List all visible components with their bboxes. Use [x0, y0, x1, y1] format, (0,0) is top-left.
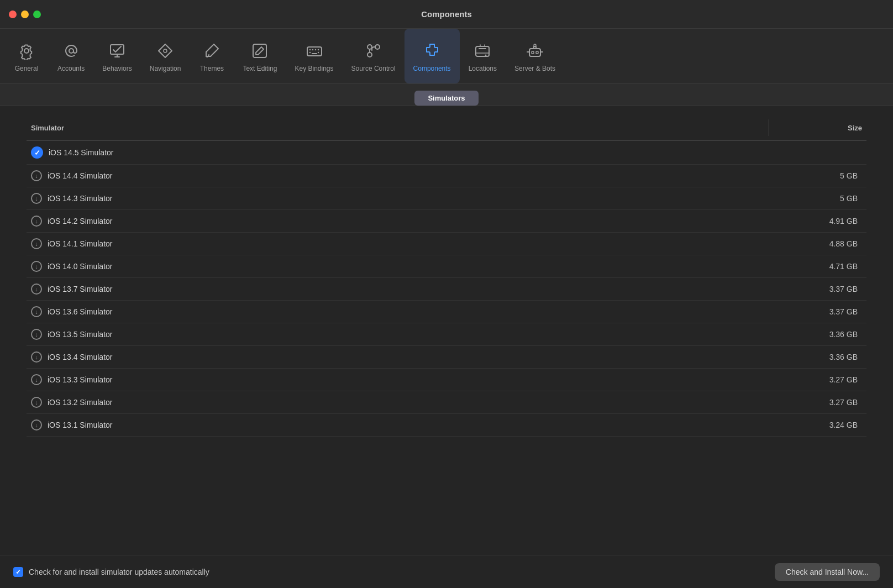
svg-point-14	[367, 45, 372, 49]
simulator-size: 5 GB	[774, 171, 862, 180]
source-control-icon	[363, 40, 384, 61]
simulator-name: iOS 14.4 Simulator	[48, 171, 774, 180]
svg-rect-21	[536, 51, 538, 54]
simulator-row[interactable]: iOS 13.4 Simulator3.36 GB	[27, 346, 866, 369]
simulator-row[interactable]: iOS 14.4 Simulator5 GB	[27, 165, 866, 187]
simulator-name: iOS 13.1 Simulator	[48, 421, 774, 429]
simulator-name: iOS 13.4 Simulator	[48, 353, 774, 361]
toolbar-label-locations: Locations	[469, 65, 497, 72]
simulator-row[interactable]: iOS 14.1 Simulator4.88 GB	[27, 233, 866, 255]
tabs-bar: Simulators	[0, 84, 893, 106]
installed-icon	[31, 146, 43, 159]
maximize-button[interactable]	[33, 11, 41, 18]
column-divider	[769, 119, 769, 136]
toolbar-item-locations[interactable]: Locations	[460, 29, 506, 83]
simulator-row[interactable]: iOS 13.6 Simulator3.37 GB	[27, 301, 866, 323]
toolbar-item-general[interactable]: General	[4, 29, 49, 83]
simulator-name: iOS 14.1 Simulator	[48, 239, 774, 248]
table-header: Simulator Size	[27, 119, 866, 141]
download-icon	[31, 284, 42, 295]
svg-point-4	[164, 49, 167, 53]
auto-update-checkbox[interactable]	[13, 567, 23, 577]
close-button[interactable]	[9, 11, 17, 18]
robot-icon	[524, 40, 545, 61]
simulator-row[interactable]: iOS 14.2 Simulator4.91 GB	[27, 210, 866, 233]
at-icon	[61, 40, 82, 61]
toolbar-item-components[interactable]: Components	[405, 29, 460, 83]
svg-point-16	[367, 53, 372, 57]
toolbar-item-accounts[interactable]: Accounts	[49, 29, 93, 83]
toolbar-item-behaviors[interactable]: Behaviors	[93, 29, 140, 83]
download-icon	[31, 397, 42, 408]
toolbar-label-themes: Themes	[200, 65, 224, 72]
simulator-size: 3.37 GB	[774, 307, 862, 316]
simulator-row[interactable]: iOS 13.5 Simulator3.36 GB	[27, 323, 866, 346]
traffic-lights	[9, 11, 41, 18]
simulator-size: 3.36 GB	[774, 353, 862, 361]
simulator-size: 4.88 GB	[774, 239, 862, 248]
simulator-name: iOS 13.7 Simulator	[48, 285, 774, 293]
simulator-size: 3.27 GB	[774, 398, 862, 407]
minimize-button[interactable]	[21, 11, 29, 18]
simulator-size: 5 GB	[774, 194, 862, 203]
toolbar: General Accounts Behaviors	[0, 29, 893, 84]
download-icon	[31, 170, 42, 181]
pencil-square-icon	[249, 40, 270, 61]
simulator-name: iOS 14.0 Simulator	[48, 262, 774, 271]
simulator-size: 3.27 GB	[774, 375, 862, 384]
svg-rect-19	[529, 49, 540, 56]
simulator-row[interactable]: iOS 13.7 Simulator3.37 GB	[27, 278, 866, 301]
simulator-size: 3.36 GB	[774, 330, 862, 339]
toolbar-label-general: General	[15, 65, 39, 72]
svg-point-0	[69, 49, 73, 53]
toolbar-item-key-bindings[interactable]: Key Bindings	[286, 29, 342, 83]
simulator-row[interactable]: iOS 13.2 Simulator3.27 GB	[27, 391, 866, 414]
svg-point-18	[485, 54, 487, 56]
gear-icon	[16, 40, 37, 61]
toolbar-item-text-editing[interactable]: Text Editing	[234, 29, 286, 83]
column-simulator: Simulator	[27, 124, 760, 132]
download-icon	[31, 419, 42, 431]
download-icon	[31, 261, 42, 272]
diamond-icon	[155, 40, 176, 61]
svg-rect-20	[532, 51, 534, 54]
simulator-row[interactable]: iOS 14.5 Simulator	[27, 141, 866, 165]
title-bar: Components	[0, 0, 893, 29]
simulator-name: iOS 13.2 Simulator	[48, 398, 774, 407]
auto-update-label: Check for and install simulator updates …	[29, 568, 209, 576]
download-icon	[31, 193, 42, 204]
toolbar-label-behaviors: Behaviors	[102, 65, 132, 72]
toolbar-item-themes[interactable]: Themes	[190, 29, 234, 83]
download-icon	[31, 216, 42, 227]
simulator-name: iOS 14.5 Simulator	[49, 148, 774, 157]
simulator-name: iOS 14.3 Simulator	[48, 194, 774, 203]
drive-icon	[472, 40, 493, 61]
toolbar-label-source-control: Source Control	[351, 65, 396, 72]
download-icon	[31, 351, 42, 363]
toolbar-item-navigation[interactable]: Navigation	[141, 29, 190, 83]
simulator-row[interactable]: iOS 14.0 Simulator4.71 GB	[27, 255, 866, 278]
download-icon	[31, 306, 42, 317]
svg-rect-6	[307, 47, 322, 56]
toolbar-item-source-control[interactable]: Source Control	[343, 29, 405, 83]
toolbar-label-server-bots: Server & Bots	[514, 65, 555, 72]
simulator-row[interactable]: iOS 13.1 Simulator3.24 GB	[27, 414, 866, 437]
check-install-button[interactable]: Check and Install Now...	[775, 563, 880, 581]
simulator-size: 4.91 GB	[774, 217, 862, 225]
svg-rect-17	[476, 46, 489, 56]
toolbar-label-text-editing: Text Editing	[243, 65, 277, 72]
simulator-name: iOS 13.6 Simulator	[48, 307, 774, 316]
simulator-size: 3.37 GB	[774, 285, 862, 293]
simulator-size: 3.24 GB	[774, 421, 862, 429]
svg-point-15	[375, 45, 380, 49]
keyboard-icon	[304, 40, 325, 61]
auto-update-section: Check for and install simulator updates …	[13, 567, 209, 577]
toolbar-item-server-bots[interactable]: Server & Bots	[506, 29, 564, 83]
simulator-row[interactable]: iOS 13.3 Simulator3.27 GB	[27, 369, 866, 391]
brush-icon	[201, 40, 222, 61]
puzzle-icon	[422, 40, 443, 61]
simulator-row[interactable]: iOS 14.3 Simulator5 GB	[27, 187, 866, 210]
toolbar-label-components: Components	[413, 65, 451, 72]
tab-simulators[interactable]: Simulators	[414, 91, 478, 106]
svg-point-22	[534, 44, 536, 46]
